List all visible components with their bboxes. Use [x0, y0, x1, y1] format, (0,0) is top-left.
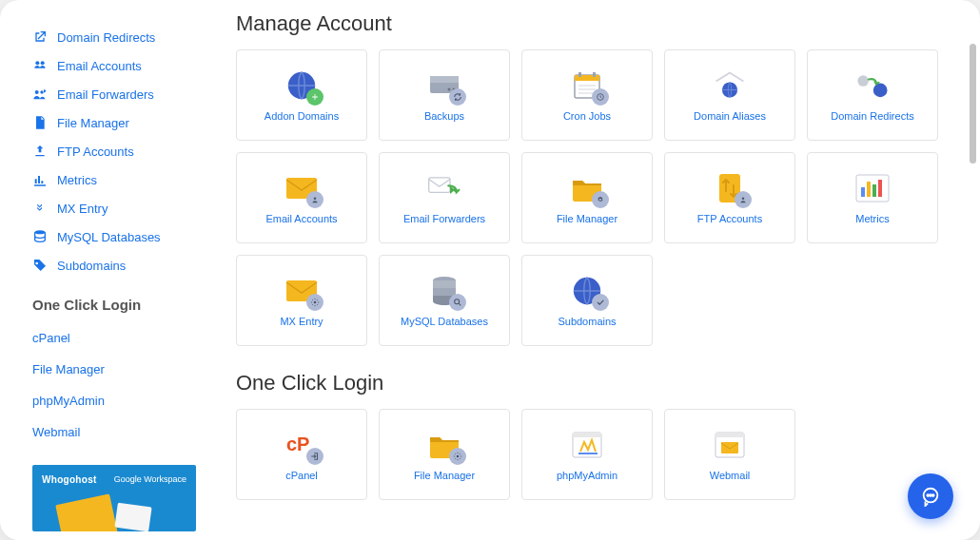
card-label: MX Entry — [280, 316, 323, 327]
svg-point-19 — [857, 75, 868, 86]
sidebar-item-email-forwarders[interactable]: Email Forwarders — [32, 80, 196, 108]
card-label: File Manager — [414, 470, 475, 481]
db-icon — [32, 229, 48, 244]
card-label: Metrics — [855, 213, 889, 224]
svg-point-25 — [742, 198, 745, 201]
globe-icon — [284, 68, 319, 103]
sidebar-item-mx-entry[interactable]: MX Entry — [32, 194, 196, 222]
svg-point-46 — [932, 494, 934, 496]
card-email-accounts[interactable]: Email Accounts — [236, 152, 367, 243]
sidebar-item-label: MySQL Databases — [57, 230, 161, 244]
svg-rect-30 — [878, 180, 882, 197]
card-label: FTP Accounts — [697, 213, 762, 224]
search-badge-icon — [449, 294, 466, 311]
clock-badge-icon — [592, 88, 609, 106]
svg-rect-13 — [593, 72, 596, 77]
card-label: Email Forwarders — [403, 213, 485, 224]
sidebar-item-domain-redirects[interactable]: Domain Redirects — [32, 23, 196, 51]
promo-brand: Whogohost — [42, 474, 97, 485]
card-cpanel[interactable]: cP cPanel — [236, 409, 367, 500]
check-badge-icon — [592, 294, 609, 311]
folder-icon — [570, 171, 604, 205]
svg-rect-11 — [575, 75, 599, 81]
card-addon-domains[interactable]: Addon Domains — [236, 49, 367, 141]
plus-badge-icon — [306, 88, 323, 106]
card-label: Cron Jobs — [563, 110, 611, 122]
card-label: phpMyAdmin — [557, 470, 617, 481]
svg-point-4 — [35, 230, 46, 234]
card-label: Domain Aliases — [694, 110, 766, 122]
card-backups[interactable]: Backups — [379, 49, 510, 141]
svg-point-0 — [35, 61, 39, 65]
svg-point-44 — [927, 494, 929, 496]
domain-redirect-icon — [855, 68, 890, 103]
chat-fab-button[interactable] — [908, 473, 953, 519]
gear-badge-icon — [449, 448, 466, 465]
mx-entry-icon — [284, 274, 319, 308]
card-phpmyadmin[interactable]: phpMyAdmin — [521, 409, 653, 500]
svg-point-1 — [41, 61, 45, 65]
card-label: Subdomains — [558, 316, 616, 327]
sidebar: Domain Redirects Email Accounts Email Fo… — [0, 0, 213, 540]
sidebar-item-metrics[interactable]: Metrics — [32, 165, 196, 194]
card-mysql-databases[interactable]: MySQL Databases — [379, 255, 510, 346]
card-webmail[interactable]: Webmail — [664, 409, 795, 500]
webmail-icon — [713, 428, 747, 462]
card-label: Addon Domains — [265, 110, 339, 122]
sidebar-item-label: Subdomains — [57, 259, 126, 273]
card-mx-entry[interactable]: MX Entry — [236, 255, 367, 346]
sidebar-item-label: MX Entry — [57, 202, 108, 216]
card-metrics[interactable]: Metrics — [807, 152, 938, 243]
card-domain-aliases[interactable]: Domain Aliases — [664, 49, 795, 141]
card-label: Email Accounts — [265, 213, 337, 224]
database-icon — [427, 274, 461, 308]
sidebar-ocl-file-manager[interactable]: File Manager — [32, 354, 196, 385]
users-icon — [32, 58, 48, 73]
card-label: Domain Redirects — [831, 110, 913, 122]
card-email-forwarders[interactable]: Email Forwarders — [379, 152, 510, 243]
gear-badge-icon — [306, 294, 323, 311]
envelope-icon — [55, 493, 117, 531]
svg-point-22 — [314, 198, 317, 201]
svg-point-2 — [35, 90, 39, 94]
sidebar-item-mysql[interactable]: MySQL Databases — [32, 222, 196, 251]
promo-banner[interactable]: Whogohost Google Workspace — [32, 465, 196, 531]
server-icon — [427, 68, 461, 103]
metrics-icon — [855, 171, 890, 205]
mx-icon — [32, 201, 48, 216]
card-cron-jobs[interactable]: Cron Jobs — [521, 49, 653, 141]
svg-rect-29 — [872, 184, 876, 197]
card-subdomains[interactable]: Subdomains — [521, 255, 653, 346]
sidebar-ocl-webmail[interactable]: Webmail — [32, 416, 196, 448]
sidebar-ocl-cpanel[interactable]: cPanel — [32, 322, 196, 354]
sidebar-section-one-click-login: One Click Login — [32, 297, 196, 313]
main-content: Manage Account Addon Domains Backups — [213, 0, 980, 540]
login-badge-icon — [306, 448, 323, 465]
card-file-manager[interactable]: File Manager — [521, 152, 653, 243]
one-click-login-grid: cP cPanel File Manager phpM — [236, 409, 957, 500]
svg-point-34 — [455, 299, 460, 304]
svg-point-37 — [457, 455, 460, 458]
section-title-manage-account: Manage Account — [236, 11, 957, 36]
user-badge-icon — [306, 191, 323, 208]
card-domain-redirects[interactable]: Domain Redirects — [807, 49, 938, 141]
phpmyadmin-icon — [570, 428, 604, 462]
card-label: File Manager — [557, 213, 617, 224]
redirect-icon — [32, 29, 48, 45]
email-forward-icon — [427, 171, 461, 205]
scrollbar-thumb[interactable] — [970, 44, 976, 164]
sidebar-item-ftp-accounts[interactable]: FTP Accounts — [32, 137, 196, 165]
svg-rect-41 — [715, 433, 744, 437]
sidebar-item-label: File Manager — [57, 116, 129, 130]
card-ocl-file-manager[interactable]: File Manager — [379, 409, 510, 500]
svg-rect-7 — [430, 76, 459, 83]
sidebar-item-email-accounts[interactable]: Email Accounts — [32, 51, 196, 80]
sidebar-ocl-phpmyadmin[interactable]: phpMyAdmin — [32, 385, 196, 416]
envelope-icon — [284, 171, 319, 205]
subdomain-icon — [570, 274, 604, 308]
card-ftp-accounts[interactable]: FTP Accounts — [664, 152, 795, 243]
svg-point-45 — [930, 494, 931, 496]
refresh-badge-icon — [449, 88, 466, 106]
sidebar-item-file-manager[interactable]: File Manager — [32, 108, 196, 137]
sidebar-item-subdomains[interactable]: Subdomains — [32, 251, 196, 280]
